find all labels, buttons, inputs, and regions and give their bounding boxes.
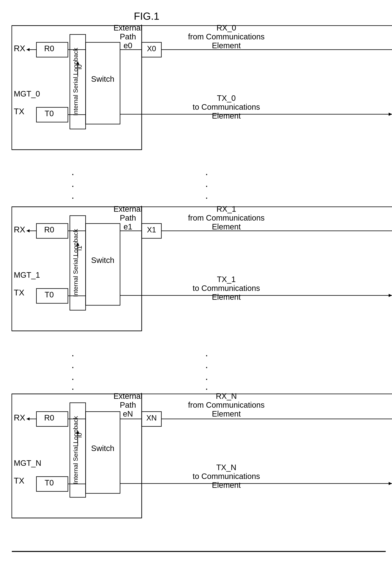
dots4-right: · bbox=[205, 349, 208, 361]
mgt1-tx1-element: Element bbox=[212, 293, 241, 301]
mgt1-ext-label1: External bbox=[113, 205, 142, 213]
mgt0-r0-label: R0 bbox=[44, 44, 54, 53]
mgtN-txN-to: to Communications bbox=[193, 472, 260, 481]
svg-marker-41 bbox=[27, 417, 29, 421]
mgt1-tx-label: TX bbox=[14, 288, 24, 297]
mgtN-ext-label1: External bbox=[113, 392, 142, 400]
mgt0-switch-label: Switch bbox=[91, 75, 114, 83]
svg-marker-50 bbox=[389, 482, 392, 485]
mgt0-rx-label: RX bbox=[14, 44, 25, 53]
svg-marker-16 bbox=[389, 113, 392, 116]
svg-marker-22 bbox=[27, 229, 29, 233]
mgt0-ext-label3: e0 bbox=[124, 41, 132, 50]
mgtN-tx-label: TX bbox=[14, 476, 24, 485]
mgt0-t0-label: T0 bbox=[45, 109, 54, 118]
mgt1-tx1-label: TX_1 bbox=[217, 275, 236, 284]
mgt1-rx1-element: Element bbox=[212, 222, 241, 231]
mgtN-loopback-label: Internal Serial Loopback bbox=[72, 416, 79, 484]
mgtN-r0-label: R0 bbox=[44, 413, 54, 422]
mgt0-rx0-from: from Communications bbox=[188, 32, 265, 41]
mgtN-ext-label2: Path bbox=[120, 401, 136, 409]
mgt1-rx1-from: from Communications bbox=[188, 214, 265, 222]
dots7-right: · bbox=[205, 383, 208, 394]
mgt1-xn-label: X1 bbox=[147, 226, 156, 234]
mgt1-t0-label: T0 bbox=[45, 290, 54, 299]
mgtN-txN-label: TX_N bbox=[216, 463, 236, 472]
dots2-left: · bbox=[71, 180, 74, 191]
dots3-left: · bbox=[71, 192, 74, 203]
mgt1-label: MGT_1 bbox=[14, 271, 40, 279]
mgt1-i1-label: i1 bbox=[76, 246, 83, 251]
dots5-left: · bbox=[71, 361, 74, 372]
mgt1-tx1-to: to Communications bbox=[193, 284, 260, 292]
mgtN-txN-element: Element bbox=[212, 481, 241, 489]
dots2-right: · bbox=[205, 180, 208, 191]
mgtN-t0-label: T0 bbox=[45, 478, 54, 487]
dots3-right: · bbox=[205, 192, 208, 203]
mgt0-ext-label2: Path bbox=[120, 32, 136, 41]
svg-marker-31 bbox=[389, 294, 392, 297]
mgt1-ext-label3: e1 bbox=[124, 222, 132, 231]
mgt0-tx-label: TX bbox=[14, 107, 24, 116]
mgt0-rx0-label: RX_0 bbox=[216, 23, 236, 32]
mgt1-rx1-label: RX_1 bbox=[216, 205, 236, 213]
mgtN-ext-label3: eN bbox=[123, 409, 133, 418]
mgt0-rx0-element: Element bbox=[212, 41, 241, 50]
page: FIG.1 MGT_0 RX R0 TX T0 Internal Serial … bbox=[0, 0, 392, 568]
mgt0-tx0-element: Element bbox=[212, 112, 241, 120]
mgt1-ext-label2: Path bbox=[120, 214, 136, 222]
fig-title: FIG.1 bbox=[134, 10, 159, 22]
mgt0-i0-label: i0 bbox=[76, 65, 83, 70]
mgtN-rxN-from: from Communications bbox=[188, 401, 265, 409]
mgt1-switch-label: Switch bbox=[91, 256, 114, 264]
mgt1-loopback-label: Internal Serial Loopback bbox=[72, 229, 79, 297]
dots1-left: · bbox=[71, 168, 74, 179]
mgt1-rx-label: RX bbox=[14, 225, 25, 234]
mgtN-rxN-label: RX_N bbox=[216, 392, 237, 400]
mgt0-ext-label1: External bbox=[113, 23, 142, 32]
mgt0-xn-label: X0 bbox=[147, 44, 156, 53]
mgt1-r0-label: R0 bbox=[44, 225, 54, 234]
diagram: FIG.1 MGT_0 RX R0 TX T0 Internal Serial … bbox=[0, 0, 392, 568]
mgtN-xn-label: XN bbox=[146, 414, 157, 422]
mgtN-rx-label: RX bbox=[14, 413, 25, 422]
mgtN-label: MGT_N bbox=[14, 459, 41, 467]
dots1-right: · bbox=[205, 168, 208, 179]
mgt0-tx0-label: TX_0 bbox=[217, 94, 236, 102]
mgtN-rxN-element: Element bbox=[212, 409, 241, 418]
mgt0-label: MGT_0 bbox=[14, 89, 40, 98]
dots5-right: · bbox=[205, 361, 208, 372]
mgtN-switch-label: Switch bbox=[91, 444, 114, 452]
mgt0-loopback-label: Internal Serial Loopback bbox=[72, 47, 79, 116]
svg-marker-2 bbox=[27, 48, 29, 51]
dots4-left: · bbox=[71, 349, 74, 361]
dots7-left: · bbox=[71, 383, 74, 394]
mgt0-tx0-to: to Communications bbox=[193, 102, 260, 111]
